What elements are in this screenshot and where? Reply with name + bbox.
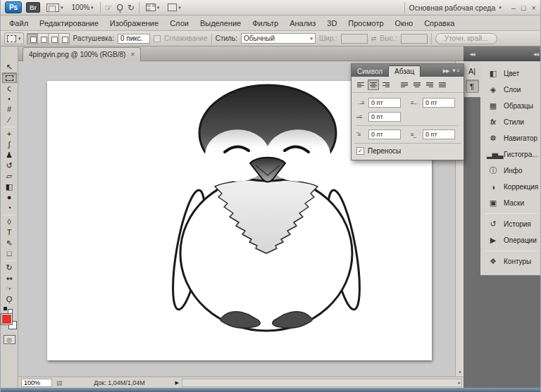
zoom-tool[interactable]: Ǫ bbox=[2, 294, 17, 305]
indent-right-input[interactable] bbox=[423, 98, 455, 108]
intersect-selection-button[interactable] bbox=[58, 33, 70, 44]
move-tool[interactable]: ↖ bbox=[2, 62, 17, 72]
status-flyout-arrow-icon[interactable]: ▶ bbox=[175, 380, 179, 386]
screen-mode-button[interactable]: ▾ bbox=[166, 3, 183, 12]
indent-left-input[interactable] bbox=[368, 98, 401, 108]
path-selection-tool[interactable]: ⇖ bbox=[2, 238, 17, 248]
strip-header[interactable]: ◀◀ bbox=[464, 46, 480, 61]
menu-window[interactable]: Окно bbox=[390, 17, 419, 30]
pen-tool[interactable]: ◊ bbox=[2, 217, 17, 227]
style-dropdown[interactable]: Обычный ▾ bbox=[241, 33, 316, 44]
align-left-button[interactable] bbox=[355, 80, 366, 90]
swap-colors-icon[interactable] bbox=[3, 307, 15, 312]
document-tab[interactable]: 4pingvin.png @ 100% (RGB/8) × bbox=[23, 47, 141, 61]
panel-button-actions[interactable]: ▶ Операции bbox=[480, 232, 541, 248]
zoom-tool-icon[interactable]: Ǫ bbox=[116, 4, 123, 12]
panel-button-histogram[interactable]: ▂▅▃ Гистогра... bbox=[480, 146, 541, 163]
menu-layers[interactable]: Слои bbox=[164, 17, 194, 30]
justify-last-right-button[interactable] bbox=[424, 80, 435, 90]
new-selection-button[interactable] bbox=[27, 33, 38, 44]
menu-view[interactable]: Просмотр bbox=[342, 17, 389, 30]
dock-header[interactable]: ◀◀ bbox=[480, 46, 541, 61]
justify-last-left-button[interactable] bbox=[399, 80, 410, 90]
panel-button-paths[interactable]: ❖ Контуры bbox=[480, 253, 541, 270]
gradient-tool[interactable]: ◧ bbox=[2, 182, 17, 192]
collapse-panel-icon[interactable]: ▶▶ bbox=[443, 68, 452, 77]
panel-menu-icon[interactable]: ▼≡ bbox=[451, 68, 464, 77]
scroll-right-icon[interactable]: ▸ bbox=[458, 380, 461, 386]
panel-button-layers[interactable]: ◈ Слои bbox=[480, 82, 541, 98]
eraser-tool[interactable]: ▱ bbox=[2, 171, 17, 182]
subtract-selection-button[interactable] bbox=[48, 33, 59, 44]
quick-mask-button[interactable]: ◎ bbox=[4, 335, 15, 344]
minimize-button[interactable]: – bbox=[511, 4, 516, 12]
history-brush-tool[interactable]: ↺ bbox=[2, 160, 17, 171]
menu-help[interactable]: Справка bbox=[418, 17, 460, 30]
horizontal-scrollbar[interactable]: ▸ bbox=[182, 379, 462, 387]
feather-input[interactable] bbox=[118, 34, 150, 44]
workspace-switcher[interactable]: Основная рабочая среда ▾ bbox=[409, 4, 507, 12]
justify-last-center-button[interactable] bbox=[411, 80, 423, 90]
panel-button-masks[interactable]: ▣ Маски bbox=[480, 195, 541, 211]
menu-file[interactable]: Файл bbox=[4, 17, 34, 30]
lasso-tool[interactable]: ς bbox=[2, 83, 17, 94]
panel-button-history[interactable]: ↺ История bbox=[480, 216, 541, 232]
hand-tool[interactable]: ☞ bbox=[2, 284, 17, 294]
menu-select[interactable]: Выделение bbox=[194, 17, 247, 30]
paragraph-panel-header[interactable]: Символ Абзац ▶▶ ▼≡ bbox=[352, 64, 464, 77]
character-panel-button[interactable]: A| bbox=[466, 64, 479, 77]
magic-wand-tool[interactable]: ⋆ bbox=[2, 94, 17, 104]
space-before-input[interactable] bbox=[368, 129, 401, 139]
close-button[interactable]: × bbox=[532, 4, 536, 12]
panel-button-adjustments[interactable]: ◑ Коррекция bbox=[480, 179, 541, 195]
tab-paragraph[interactable]: Абзац bbox=[388, 65, 421, 77]
antialias-checkbox[interactable] bbox=[154, 35, 161, 42]
menu-edit[interactable]: Редактирование bbox=[34, 17, 104, 30]
menu-analysis[interactable]: Анализ bbox=[284, 17, 321, 30]
type-tool[interactable]: T bbox=[2, 227, 17, 238]
dodge-tool[interactable]: ◔ bbox=[2, 203, 17, 213]
panel-button-styles[interactable]: fx Стили bbox=[480, 114, 541, 130]
height-input[interactable] bbox=[401, 34, 428, 44]
menu-image[interactable]: Изображение bbox=[104, 17, 164, 30]
width-input[interactable] bbox=[341, 34, 368, 44]
menu-filter[interactable]: Фильтр bbox=[247, 17, 284, 30]
tool-preset-picker[interactable]: ▾ bbox=[4, 32, 24, 44]
panel-button-info[interactable]: ⓘ Инфо bbox=[480, 163, 541, 179]
crop-tool[interactable]: # bbox=[2, 104, 17, 115]
indent-firstline-input[interactable] bbox=[368, 112, 401, 122]
paragraph-panel-button[interactable]: ¶ bbox=[466, 80, 479, 93]
panel-button-color[interactable]: ◧ Цвет bbox=[480, 65, 541, 82]
collapse-panels-icon[interactable]: ◀◀ bbox=[533, 51, 538, 56]
space-after-input[interactable] bbox=[423, 129, 455, 139]
rotate-view-icon[interactable]: ↻ bbox=[128, 4, 135, 12]
clone-stamp-tool[interactable]: ♟ bbox=[2, 150, 17, 160]
rectangular-marquee-tool[interactable] bbox=[2, 72, 17, 83]
status-zoom-input[interactable] bbox=[21, 379, 52, 387]
panel-button-swatches[interactable]: ▦ Образцы bbox=[480, 98, 541, 114]
eyedropper-tool[interactable]: ∕ bbox=[2, 115, 17, 125]
hand-tool-icon[interactable]: ☞ bbox=[105, 4, 113, 12]
menu-3d[interactable]: 3D bbox=[321, 17, 342, 30]
3d-rotate-tool[interactable]: ↻ bbox=[2, 263, 17, 273]
add-selection-button[interactable] bbox=[37, 33, 49, 44]
align-right-button[interactable] bbox=[380, 80, 392, 90]
align-center-button[interactable] bbox=[368, 80, 379, 90]
justify-all-button[interactable] bbox=[437, 80, 448, 90]
maximize-button[interactable]: □ bbox=[521, 4, 526, 12]
zoom-level-dropdown[interactable]: 100% ▾ bbox=[70, 3, 96, 12]
link-dimensions-icon[interactable]: ⇄ bbox=[371, 35, 377, 42]
shape-tool[interactable]: □ bbox=[2, 248, 17, 259]
arrange-documents-button[interactable]: ▾ bbox=[144, 3, 162, 12]
hyphenate-checkbox[interactable]: ✓ bbox=[356, 147, 364, 155]
healing-brush-tool[interactable]: + bbox=[2, 129, 17, 139]
3d-orbit-tool[interactable]: ↭ bbox=[2, 273, 17, 284]
bridge-button[interactable]: Br bbox=[26, 2, 40, 13]
collapse-panels-icon[interactable]: ◀◀ bbox=[469, 51, 474, 56]
view-extras-button[interactable]: ▾ bbox=[44, 3, 66, 13]
brush-tool[interactable]: ʃ bbox=[2, 139, 17, 150]
blur-tool[interactable]: ● bbox=[2, 192, 17, 203]
foreground-color-swatch[interactable] bbox=[1, 314, 12, 324]
refine-edge-button[interactable]: Уточн. край... bbox=[435, 33, 497, 44]
panel-button-navigator[interactable]: ☸ Навигатор bbox=[480, 130, 541, 146]
